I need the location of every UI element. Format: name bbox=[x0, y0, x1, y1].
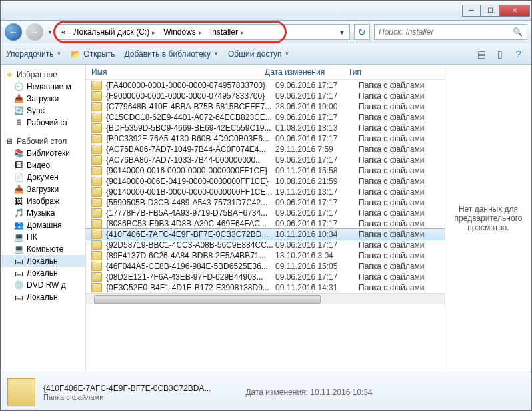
file-date: 10.11.2016 10:34 bbox=[275, 230, 359, 239]
sidebar-item[interactable]: 📥Загрузки bbox=[1, 183, 85, 195]
file-type: Папка с файлами bbox=[359, 113, 439, 122]
history-dropdown-icon[interactable]: ▼ bbox=[47, 29, 53, 35]
horizontal-scrollbar[interactable] bbox=[86, 293, 445, 304]
breadcrumb-prefix[interactable]: « bbox=[57, 27, 70, 37]
file-row[interactable]: {AC76BA86-7AD7-1049-7B44-AC0F074E4...29.… bbox=[86, 144, 445, 155]
sidebar-item[interactable]: 💻ПК bbox=[1, 231, 85, 243]
breadcrumb-windows[interactable]: Windows ▸ bbox=[159, 27, 206, 37]
sidebar-item[interactable]: 🖴Локальн bbox=[1, 255, 85, 267]
add-to-library-menu[interactable]: Добавить в библиотеку ▼ bbox=[124, 49, 218, 59]
column-type[interactable]: Тип bbox=[348, 67, 439, 77]
view-options-button[interactable]: ▤ bbox=[474, 47, 489, 61]
sidebar-item[interactable]: 💻Компьюте bbox=[1, 243, 85, 255]
folder-icon bbox=[91, 208, 102, 218]
folder-icon bbox=[91, 177, 102, 186]
search-box[interactable]: 🔍 bbox=[374, 24, 527, 40]
file-type: Папка с файлами bbox=[359, 230, 439, 239]
file-row[interactable]: {AC76BA86-7AD7-1033-7B44-000000000...09.… bbox=[86, 155, 445, 165]
scrollbar-thumb[interactable] bbox=[94, 295, 321, 304]
folder-icon bbox=[91, 155, 102, 165]
file-row[interactable]: {89F4137D-6C26-4A84-BDB8-2E5A4BB71...13.… bbox=[86, 250, 445, 261]
sidebar-item[interactable]: 📚Библиотеки bbox=[1, 147, 85, 159]
column-date[interactable]: Дата изменения bbox=[265, 67, 348, 77]
nav-icon: 🕘 bbox=[14, 82, 23, 91]
close-button[interactable]: ✕ bbox=[499, 5, 530, 17]
file-name: {C779648B-410E-4BBA-B75B-5815BCEFE7... bbox=[106, 102, 275, 111]
file-row[interactable]: {46F044A5-CE8B-4196-984E-5BD6525E36...09… bbox=[86, 261, 445, 272]
breadcrumb-drive[interactable]: Локальный диск (C:) ▸ bbox=[70, 27, 160, 37]
open-button[interactable]: 📂 Открыть bbox=[71, 49, 115, 59]
sidebar-item-label: DVD RW д bbox=[27, 280, 66, 290]
sidebar-item[interactable]: 🖴Локальн bbox=[1, 267, 85, 279]
folder-icon bbox=[91, 81, 102, 90]
sidebar-item[interactable]: 🕘Недавние м bbox=[1, 81, 85, 93]
preview-pane-button[interactable]: ▯ bbox=[493, 47, 507, 61]
nav-icon: 🖥 bbox=[14, 118, 23, 127]
file-row[interactable]: {90140000-0016-0000-0000-0000000FF1CE}09… bbox=[86, 165, 445, 176]
desktop-header[interactable]: 🖥Рабочий стол bbox=[1, 135, 85, 147]
sidebar-item[interactable]: 🖴Локальн bbox=[1, 291, 85, 303]
share-menu[interactable]: Общий доступ ▼ bbox=[228, 49, 290, 59]
crumb-label: Installer bbox=[210, 27, 238, 37]
favorites-header[interactable]: ★Избранное bbox=[1, 69, 85, 81]
folder-icon bbox=[91, 251, 102, 260]
file-row[interactable]: {0E3C52E0-B4F1-4D1E-B172-E3908138D9...09… bbox=[86, 282, 445, 293]
nav-icon: 💻 bbox=[14, 232, 23, 242]
refresh-button[interactable]: ↻ bbox=[354, 24, 370, 40]
file-row[interactable]: {F9000000-0001-0000-0000-074957833700}09… bbox=[86, 91, 445, 101]
back-button[interactable]: ← bbox=[5, 23, 22, 41]
minimize-button[interactable]: ─ bbox=[462, 5, 481, 17]
file-row[interactable]: {8086BC53-E9B3-4D8B-A39C-469E64FAC...09.… bbox=[86, 218, 445, 229]
file-date: 28.06.2016 19:00 bbox=[275, 102, 359, 111]
folder-icon bbox=[91, 113, 102, 122]
nav-icon: 📚 bbox=[14, 149, 23, 158]
file-name: {8086BC53-E9B3-4D8B-A39C-469E64FAC... bbox=[106, 219, 275, 228]
file-date: 01.08.2016 18:13 bbox=[275, 123, 359, 133]
sidebar-item[interactable]: 👥Домашня bbox=[1, 219, 85, 231]
help-button[interactable]: ? bbox=[511, 47, 526, 61]
address-dropdown-icon[interactable]: ▼ bbox=[335, 29, 349, 36]
file-type: Папка с файлами bbox=[359, 272, 439, 282]
chevron-right-icon[interactable]: ▸ bbox=[199, 29, 202, 36]
search-icon[interactable]: 🔍 bbox=[513, 27, 523, 37]
sidebar-item[interactable]: 🔄Sync bbox=[1, 105, 85, 117]
breadcrumb-installer[interactable]: Installer ▸ bbox=[206, 27, 248, 37]
search-input[interactable] bbox=[379, 27, 513, 37]
maximize-button[interactable]: ☐ bbox=[481, 5, 499, 17]
file-row[interactable]: {17778F7B-FB5A-4A93-9719-D75BAF6734...09… bbox=[86, 208, 445, 218]
forward-button[interactable]: → bbox=[26, 23, 43, 41]
file-row[interactable]: {90140000-001B-0000-0000-0000000FF1CE...… bbox=[86, 187, 445, 197]
chevron-right-icon[interactable]: ▸ bbox=[241, 29, 244, 36]
organize-menu[interactable]: Упорядочить ▼ bbox=[6, 49, 61, 59]
column-name[interactable]: Имя bbox=[91, 67, 265, 77]
address-bar[interactable]: « Локальный диск (C:) ▸ Windows ▸ Instal… bbox=[57, 24, 350, 40]
sidebar-item-label: Локальн bbox=[27, 292, 58, 302]
file-row[interactable]: {90140000-006E-0419-0000-0000000FF1CE}10… bbox=[86, 176, 445, 187]
file-date: 29.11.2016 7:59 bbox=[275, 145, 359, 154]
file-row[interactable]: {5590505B-D3CB-4489-A543-75731D7C42...09… bbox=[86, 197, 445, 208]
details-name: {410F406E-7AFC-4E9F-BF7E-0CB3C72BDA... bbox=[43, 384, 211, 393]
sidebar-item[interactable]: 🖼Изображ bbox=[1, 195, 85, 207]
file-row[interactable]: {BDF5359D-5BC9-4669-BE69-42EC559C19...01… bbox=[86, 123, 445, 133]
chevron-right-icon[interactable]: ▸ bbox=[152, 29, 155, 36]
file-date: 09.11.2016 14:31 bbox=[275, 283, 359, 292]
file-row[interactable]: {C779648B-410E-4BBA-B75B-5815BCEFE7...28… bbox=[86, 101, 445, 112]
sidebar-item-label: Музыка bbox=[27, 208, 55, 218]
sidebar-item[interactable]: 📥Загрузки bbox=[1, 93, 85, 105]
folder-icon bbox=[91, 240, 102, 250]
file-row[interactable]: {C15CDC18-62E9-4401-A072-64ECB823CE...09… bbox=[86, 112, 445, 123]
sidebar-item[interactable]: 🎞Видео bbox=[1, 159, 85, 171]
sidebar-item[interactable]: 🖥Рабочий ст bbox=[1, 117, 85, 129]
file-row[interactable]: {08D2E121-7F6A-43EB-97FD-629B44903...09.… bbox=[86, 272, 445, 282]
folder-open-icon: 📂 bbox=[71, 49, 81, 59]
file-row[interactable]: {FA400000-0001-0000-0000-074957833700}09… bbox=[86, 80, 445, 91]
file-row[interactable]: {410F406E-7AFC-4E9F-BF7E-0CB3C72BD...10.… bbox=[86, 229, 445, 240]
nav-icon: 📥 bbox=[14, 94, 23, 103]
sidebar-item[interactable]: 💿DVD RW д bbox=[1, 279, 85, 291]
sidebar-item[interactable]: 🎵Музыка bbox=[1, 207, 85, 219]
chevron-down-icon: ▼ bbox=[213, 51, 219, 57]
file-row[interactable]: {B9C3392F-76A5-4130-B60B-4D9C0B03E6...09… bbox=[86, 133, 445, 144]
sidebar-item[interactable]: 📄Докумен bbox=[1, 171, 85, 183]
file-row[interactable]: {92D58719-BBC1-4CC3-A08B-56C9E884CC...09… bbox=[86, 240, 445, 250]
file-date: 09.06.2016 17:17 bbox=[275, 113, 359, 122]
